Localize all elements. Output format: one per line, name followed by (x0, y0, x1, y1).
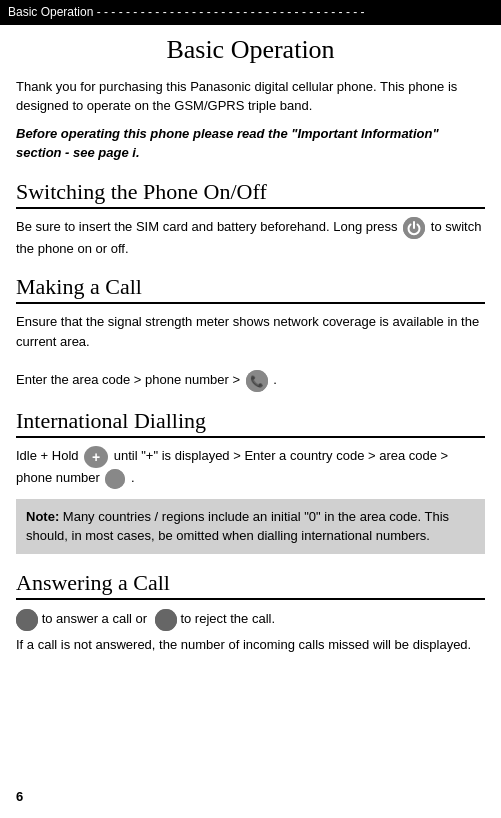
section-body-switching: Be sure to insert the SIM card and batte… (16, 217, 485, 259)
section-answering-call: Answering a Call to answer a call or to … (16, 570, 485, 655)
reject-icon (155, 609, 177, 631)
intl-text-1: Idle + Hold (16, 449, 79, 464)
intl-text-2: until "+" is displayed > Enter a country… (16, 449, 448, 486)
section-switching: Switching the Phone On/Off Be sure to in… (16, 179, 485, 259)
making-call-text: Enter the area code > phone number > (16, 373, 240, 388)
svg-point-4 (16, 609, 38, 631)
note-text: Many countries / regions include an init… (26, 509, 449, 544)
hold-icon (84, 446, 108, 468)
power-icon (403, 217, 425, 239)
section-title-international-dialling: International Dialling (16, 408, 485, 438)
intro-paragraph-1: Thank you for purchasing this Panasonic … (16, 77, 485, 116)
answering-text-2: to reject the call. (180, 611, 275, 626)
section-body-international: Idle + Hold until "+" is displayed > Ent… (16, 446, 485, 489)
note-box: Note: Many countries / regions include a… (16, 499, 485, 554)
intro-paragraph-2: Before operating this phone please read … (16, 124, 485, 163)
section-international-dialling: International Dialling Idle + Hold until… (16, 408, 485, 554)
page-title: Basic Operation (16, 35, 485, 65)
breadcrumb: Basic Operation - - - - - - - - - - - - … (0, 0, 501, 25)
section-title-making-call: Making a Call (16, 274, 485, 304)
section-title-switching: Switching the Phone On/Off (16, 179, 485, 209)
main-content: Basic Operation Thank you for purchasing… (0, 25, 501, 691)
send-icon: 📞 (246, 370, 268, 392)
svg-point-3 (105, 469, 125, 489)
section-title-answering-call: Answering a Call (16, 570, 485, 600)
section-body-answering: to answer a call or to reject the call. (16, 608, 485, 631)
section-making-call: Making a Call Ensure that the signal str… (16, 274, 485, 392)
section-body-making-call-1: Ensure that the signal strength meter sh… (16, 312, 485, 351)
page-number: 6 (16, 789, 23, 804)
breadcrumb-text: Basic Operation - - - - - - - - - - - - … (8, 4, 365, 21)
note-label: Note: (26, 509, 59, 524)
answer-icon (16, 609, 38, 631)
section-body-answering-2: If a call is not answered, the number of… (16, 635, 485, 655)
svg-point-5 (155, 609, 177, 631)
svg-text:📞: 📞 (250, 374, 264, 388)
intl-period: . (131, 470, 135, 485)
answering-text-1: to answer a call or (42, 611, 148, 626)
phone-icon (105, 469, 125, 489)
making-call-period: . (273, 373, 277, 388)
switching-text-1: Be sure to insert the SIM card and batte… (16, 219, 398, 234)
section-body-making-call-2: Enter the area code > phone number > 📞 . (16, 370, 485, 392)
